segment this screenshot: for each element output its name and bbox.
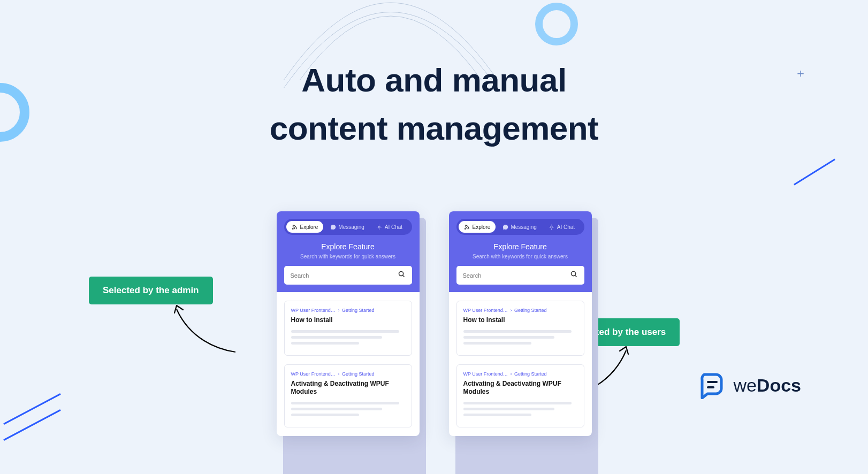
crumb-a: WP User Frontend… bbox=[291, 308, 336, 313]
tab-messaging-label: Messaging bbox=[511, 224, 536, 230]
skeleton-line bbox=[463, 402, 572, 404]
tab-ai-chat-label: AI Chat bbox=[557, 224, 575, 230]
result-card[interactable]: WP User Frontend… › Getting Started Acti… bbox=[284, 364, 412, 427]
card-title: Activating & Deactivating WPUF Modules bbox=[463, 380, 577, 396]
tab-bar: Explore Messaging AI Chat bbox=[284, 219, 412, 235]
breadcrumb: WP User Frontend… › Getting Started bbox=[463, 308, 577, 313]
crumb-a: WP User Frontend… bbox=[463, 371, 508, 377]
svg-line-7 bbox=[575, 276, 576, 277]
tab-ai-chat[interactable]: AI Chat bbox=[543, 221, 580, 233]
logo-text: weDocs bbox=[733, 375, 801, 396]
sparkle-icon bbox=[549, 224, 555, 230]
crumb-b: Getting Started bbox=[342, 371, 375, 377]
panel-title: Explore Feature bbox=[284, 242, 412, 251]
svg-point-1 bbox=[378, 226, 380, 228]
search-icon bbox=[570, 270, 578, 280]
result-card[interactable]: WP User Frontend… › Getting Started How … bbox=[456, 301, 584, 356]
tab-messaging[interactable]: Messaging bbox=[497, 221, 542, 233]
skeleton-line bbox=[291, 414, 360, 416]
tab-explore-label: Explore bbox=[300, 224, 318, 230]
skeleton-line bbox=[463, 408, 554, 410]
tab-messaging[interactable]: Messaging bbox=[324, 221, 369, 233]
search-icon bbox=[398, 270, 406, 280]
panel-users: Explore Messaging AI Chat Explore Featur… bbox=[449, 211, 592, 474]
skeleton-line bbox=[463, 414, 532, 416]
svg-line-3 bbox=[402, 276, 404, 277]
skeleton-line bbox=[463, 336, 554, 339]
panels-row: Explore Messaging AI Chat Explore Featur… bbox=[0, 211, 868, 474]
skeleton-line bbox=[291, 342, 360, 345]
result-card[interactable]: WP User Frontend… › Getting Started Acti… bbox=[456, 364, 584, 427]
panel-body: WP User Frontend… › Getting Started How … bbox=[277, 292, 420, 436]
rss-icon bbox=[464, 224, 470, 230]
rss-icon bbox=[292, 224, 298, 230]
svg-point-5 bbox=[551, 226, 553, 228]
crumb-b: Getting Started bbox=[514, 308, 547, 313]
tab-explore[interactable]: Explore bbox=[459, 221, 496, 233]
panel-header: Explore Messaging AI Chat Explore Featur… bbox=[449, 211, 592, 292]
crumb-a: WP User Frontend… bbox=[291, 371, 336, 377]
sparkle-icon bbox=[376, 224, 383, 230]
chevron-right-icon: › bbox=[510, 308, 512, 313]
tab-explore[interactable]: Explore bbox=[286, 221, 324, 233]
panel-admin: Explore Messaging AI Chat Explore Featur… bbox=[277, 211, 420, 474]
headline-line-2: content management bbox=[270, 110, 599, 147]
svg-point-6 bbox=[571, 272, 575, 276]
panel-subtitle: Search with keywords for quick answers bbox=[284, 254, 412, 259]
search-input[interactable] bbox=[291, 272, 398, 279]
crumb-b: Getting Started bbox=[342, 308, 375, 313]
panel-body: WP User Frontend… › Getting Started How … bbox=[449, 292, 592, 436]
svg-point-0 bbox=[293, 228, 293, 229]
tab-messaging-label: Messaging bbox=[338, 224, 364, 230]
headline: Auto and manual content management bbox=[0, 56, 868, 152]
chevron-right-icon: › bbox=[510, 371, 512, 377]
logo: weDocs bbox=[698, 371, 801, 399]
card-title: Activating & Deactivating WPUF Modules bbox=[291, 380, 405, 396]
panel-header: Explore Messaging AI Chat Explore Featur… bbox=[277, 211, 420, 292]
logo-we: we bbox=[733, 375, 756, 395]
skeleton-line bbox=[291, 402, 399, 404]
svg-point-2 bbox=[399, 272, 403, 276]
headline-line-1: Auto and manual bbox=[301, 62, 566, 98]
breadcrumb: WP User Frontend… › Getting Started bbox=[463, 371, 577, 377]
chat-icon bbox=[502, 224, 508, 230]
card-title: How to Install bbox=[463, 316, 577, 325]
logo-icon bbox=[698, 371, 726, 399]
breadcrumb: WP User Frontend… › Getting Started bbox=[291, 308, 405, 313]
svg-point-4 bbox=[465, 228, 466, 229]
chevron-right-icon: › bbox=[338, 371, 339, 377]
crumb-b: Getting Started bbox=[514, 371, 547, 377]
breadcrumb: WP User Frontend… › Getting Started bbox=[291, 371, 405, 377]
deco-line-right bbox=[794, 158, 835, 185]
skeleton-line bbox=[463, 342, 532, 345]
search-input[interactable] bbox=[463, 272, 570, 279]
skeleton-line bbox=[291, 408, 382, 410]
search-row[interactable] bbox=[456, 266, 584, 285]
tab-bar: Explore Messaging AI Chat bbox=[456, 219, 584, 235]
deco-circle-top bbox=[535, 3, 578, 45]
crumb-a: WP User Frontend… bbox=[463, 308, 508, 313]
skeleton-line bbox=[291, 330, 399, 333]
skeleton-line bbox=[463, 330, 572, 333]
result-card[interactable]: WP User Frontend… › Getting Started How … bbox=[284, 301, 412, 356]
skeleton-line bbox=[291, 336, 382, 339]
chat-icon bbox=[330, 224, 336, 230]
tab-explore-label: Explore bbox=[473, 224, 491, 230]
panel-subtitle: Search with keywords for quick answers bbox=[456, 254, 584, 259]
panel-title: Explore Feature bbox=[456, 242, 584, 251]
tab-ai-chat-label: AI Chat bbox=[385, 224, 402, 230]
search-row[interactable] bbox=[284, 266, 412, 285]
chevron-right-icon: › bbox=[338, 308, 339, 313]
card-title: How to Install bbox=[291, 316, 405, 325]
tab-ai-chat[interactable]: AI Chat bbox=[371, 221, 408, 233]
logo-docs: Docs bbox=[757, 375, 801, 395]
